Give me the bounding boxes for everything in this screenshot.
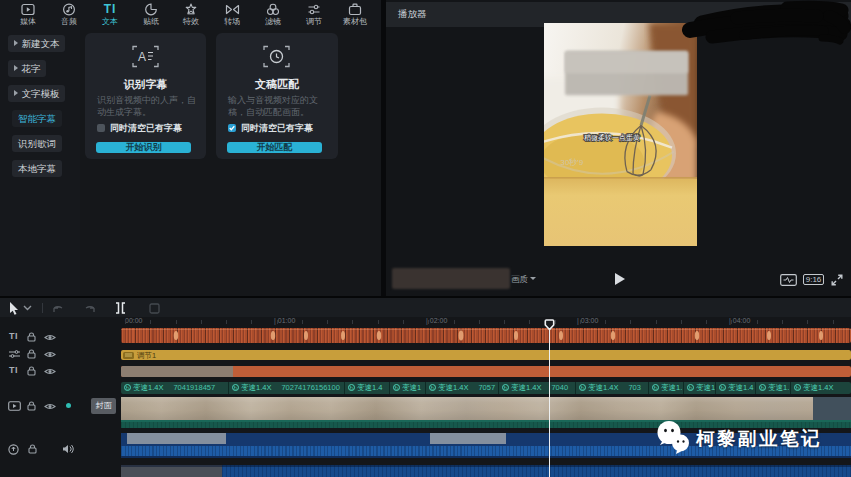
svg-text:A: A: [138, 50, 146, 64]
svg-text:稍微柔软一点蛋黄: 稍微柔软一点蛋黄: [583, 133, 640, 142]
svg-text:30秒'9: 30秒'9: [560, 158, 583, 167]
